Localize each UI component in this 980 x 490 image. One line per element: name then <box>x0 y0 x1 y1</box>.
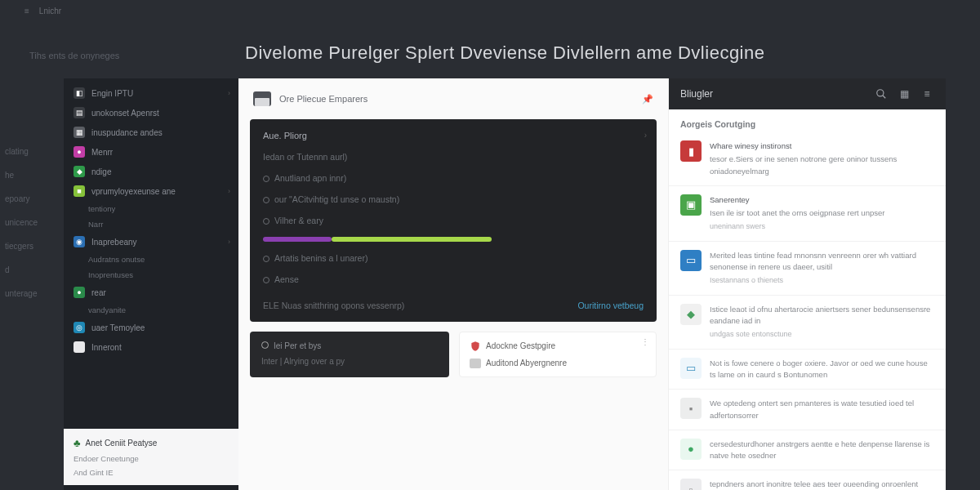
right-panel: Bliugler ▦ ≡ Aorgeis Corutging ▮Whare wi… <box>668 78 946 490</box>
mini-sub: Inter | Alrying over a py <box>261 357 438 366</box>
nav-item[interactable]: ●Menrr <box>64 142 238 162</box>
outer-nav-item[interactable]: epoary <box>5 194 60 203</box>
svg-line-1 <box>883 96 886 99</box>
nav-sub-item[interactable]: vandyanite <box>64 302 238 318</box>
window-tabs: ≡ Lnichr <box>24 7 61 16</box>
nav-item-icon: ◉ <box>74 236 85 247</box>
feed-card[interactable]: ●cersedesturdhoner anstrgers aentte e he… <box>669 430 946 471</box>
chevron-icon: › <box>228 89 230 97</box>
nav-item[interactable]: ●rear <box>64 283 238 302</box>
card-body: Merited leas tintine fead mnonsnn venree… <box>710 250 934 287</box>
nav-sub-item[interactable]: tentiony <box>64 201 238 216</box>
card-body: Istice leaot id ofnu ahertarocie anierts… <box>710 304 934 341</box>
progress-segment <box>332 237 492 242</box>
card-body: Not is fowe cenere o boger oxiere. Javor… <box>710 358 934 381</box>
nav-item-icon: ◆ <box>74 166 85 177</box>
svg-point-0 <box>877 90 884 96</box>
feed-card[interactable]: ▮Whare winesy instironsttesor e.Siers or… <box>669 132 946 186</box>
mini-r-sub: Auditond Abyergnenre <box>486 359 567 368</box>
pin-icon[interactable]: 📌 <box>642 94 653 105</box>
chevron-icon: › <box>228 187 230 195</box>
chevron-icon: › <box>228 238 230 246</box>
center-header: Ore Pliecue Emparers 📌 <box>238 78 668 119</box>
mini-card-right[interactable]: ⋮ Adockne Gestpgire Auditond Abyergnenre <box>459 332 657 377</box>
outer-nav-item[interactable]: unterage <box>5 289 60 298</box>
nav-item-icon: ● <box>74 287 85 298</box>
nav-item-label: vprumyloyexeunse ane <box>91 187 176 196</box>
footer-title: Anet Ceniit Peatyse <box>86 439 158 448</box>
nav-item[interactable]: ▤unokonset Apenrst <box>64 103 238 122</box>
more-icon[interactable]: ⋮ <box>641 337 649 346</box>
pane-line: Artatis benins a l unarer) <box>274 253 368 263</box>
nav-item[interactable]: ◉Inaprebeany› <box>64 232 238 252</box>
feed-card[interactable]: ▪We optedeng ontert sen pmanteres is wat… <box>669 390 946 430</box>
nav-item-icon <box>74 341 85 353</box>
search-icon[interactable] <box>874 87 889 101</box>
card-body: We optedeng ontert sen pmanteres is wate… <box>710 398 934 421</box>
grid-icon[interactable]: ▦ <box>897 87 911 101</box>
chevron-right-icon[interactable]: › <box>644 131 647 140</box>
pane-line: Anutliand apn innr) <box>274 173 346 183</box>
right-toolbar: Bliugler ▦ ≡ <box>669 78 946 109</box>
card-body: Whare winesy instironsttesor e.Siers or … <box>710 140 934 177</box>
nav-sub-item[interactable]: Audratns onutse <box>64 252 238 267</box>
card-icon: ▮ <box>680 140 702 162</box>
card-icon: ▫ <box>680 479 702 490</box>
pine-icon: ♣ <box>74 437 81 449</box>
nav-item-label: unokonset Apenrst <box>91 109 159 118</box>
nav-item-label: rear <box>91 288 106 297</box>
nav-item-label: Inaprebeany <box>91 238 137 247</box>
nav-item[interactable]: ■vprumyloyexeunse ane› <box>64 181 238 201</box>
pane-bottom-link[interactable]: Ouritirno vetbeug <box>577 301 644 310</box>
nav-item-label: Engin IPTU <box>91 89 133 98</box>
pane-bottom-left: ELE Nuas snitthring opons vessenrp) <box>263 301 404 310</box>
tab-menu[interactable]: ≡ <box>24 7 29 16</box>
feed-card[interactable]: ▫tepndners anort inonitre telee aes teer… <box>669 470 946 490</box>
footer-sub2[interactable]: And Gint IE <box>74 468 229 477</box>
nav-item[interactable]: ◆ndige <box>64 162 238 181</box>
outer-nav-item[interactable]: tiecgers <box>5 242 60 251</box>
center-header-title: Ore Pliecue Emparers <box>279 94 368 104</box>
outer-nav-item[interactable]: d <box>5 265 60 274</box>
card-icon: ▭ <box>680 250 702 271</box>
box-icon <box>470 359 481 368</box>
circle-icon <box>261 341 269 349</box>
pane-heading: Aue. Pliorg <box>263 131 644 140</box>
nav-item[interactable]: ▦inuspudance andes <box>64 122 238 142</box>
outer-nav-item[interactable]: clating <box>5 147 60 156</box>
card-icon: ▭ <box>680 358 702 379</box>
menu-icon[interactable]: ≡ <box>920 87 934 101</box>
feed-card[interactable]: ▣SanerenteyIsen ile isr toot anet the or… <box>669 186 946 242</box>
progress-bar <box>263 237 644 242</box>
page-title: Divelome Purelger Splert Dveviense Divle… <box>245 42 764 64</box>
folder-icon <box>253 91 271 106</box>
page-subtitle: Tihs ents de onyneges <box>29 51 119 60</box>
nav-sub-item[interactable]: Inoprentuses <box>64 267 238 283</box>
right-section-title: Aorgeis Corutging <box>669 109 946 132</box>
nav-sub-item[interactable]: Narr <box>64 216 238 232</box>
right-brand: Bliugler <box>680 88 713 100</box>
outer-nav-item[interactable]: unicence <box>5 218 60 227</box>
nav-item-icon: ◧ <box>74 87 85 99</box>
feed-card[interactable]: ▭Merited leas tintine fead mnonsnn venre… <box>669 242 946 296</box>
pane-line: Vilher & eary <box>274 216 323 225</box>
outer-nav-item[interactable]: he <box>5 171 60 180</box>
footer-sub1[interactable]: Endoer Cneetunge <box>74 454 229 463</box>
nav-item[interactable]: ◧Engin IPTU› <box>64 83 238 103</box>
feed-card[interactable]: ▭Not is fowe cenere o boger oxiere. Javo… <box>669 350 946 390</box>
nav-item-label: Menrr <box>91 148 113 157</box>
tab-label[interactable]: Lnichr <box>39 7 61 16</box>
center-pane: Ore Pliecue Emparers 📌 › Aue. Pliorg Ied… <box>238 78 668 490</box>
mini-card-left[interactable]: Iei Per et bys Inter | Alrying over a py <box>250 332 449 377</box>
pane-line: our "ACitvihtig td unse o maustn) <box>274 194 399 204</box>
feed-card[interactable]: ◆Istice leaot id ofnu ahertarocie aniert… <box>669 296 946 350</box>
nav-item[interactable]: Inneront <box>64 337 238 357</box>
nav-item-icon: ● <box>74 146 85 158</box>
nav-item-label: ndige <box>91 167 111 176</box>
content-pane: › Aue. Pliorg Iedan or Tutennn aurl) Anu… <box>250 119 657 322</box>
nav-item-icon: ■ <box>74 185 85 197</box>
nav-item[interactable]: ◎uaer Temoylee <box>64 318 238 337</box>
progress-segment <box>263 237 332 242</box>
outer-sidebar: clatingheepoaryunicencetiecgersdunterage <box>0 147 60 298</box>
nav-footer: ♣Anet Ceniit Peatyse Endoer Cneetunge An… <box>64 429 238 485</box>
